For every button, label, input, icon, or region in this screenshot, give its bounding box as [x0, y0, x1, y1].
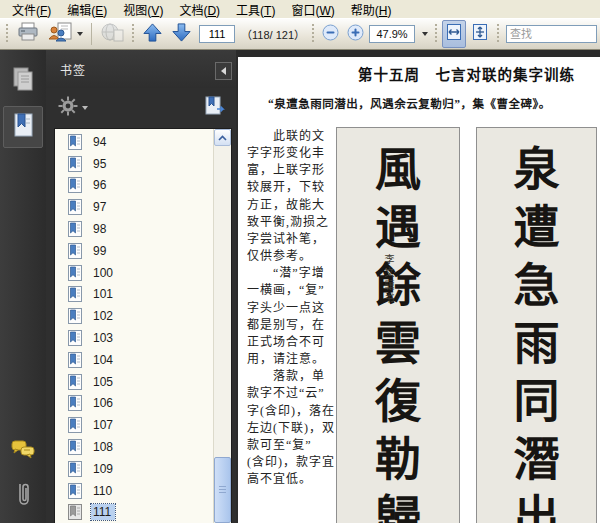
calligraphy-character: 遭 [514, 202, 560, 252]
zoom-level-value[interactable]: 47.9% [369, 25, 415, 43]
paragraph-line: 此联的文 [247, 128, 341, 145]
bookmark-item-105[interactable]: 105 [55, 371, 214, 393]
bookmarks-icon [10, 112, 36, 142]
bookmark-item-107[interactable]: 107 [55, 414, 214, 436]
paragraph-line: “潜”字增 [247, 265, 341, 282]
pages-panel-button[interactable] [3, 60, 43, 102]
calligraphy-character: 同 [514, 376, 560, 426]
comments-panel-button[interactable] [3, 431, 43, 473]
previous-page-button[interactable] [139, 20, 166, 48]
bookmarks-panel-button[interactable] [3, 106, 43, 148]
find-input[interactable] [506, 25, 597, 43]
zoom-dropdown-button[interactable] [417, 25, 430, 43]
scrollbar-thumb[interactable] [214, 457, 231, 523]
minus-circle-icon [322, 24, 339, 45]
fit-width-button[interactable] [442, 20, 466, 48]
menu-item-v[interactable]: 视图(V) [115, 0, 171, 19]
toolbar-grip[interactable] [434, 24, 438, 44]
expand-bookmark-icon [200, 96, 226, 120]
calligraphy-character: 復 [375, 376, 421, 426]
navigation-icon-strip [0, 50, 46, 523]
bookmark-page-icon [68, 134, 82, 150]
chevron-down-icon [422, 32, 428, 36]
toolbar-grip[interactable] [5, 24, 9, 44]
menu-item-h[interactable]: 帮助(H) [343, 0, 400, 19]
bookmark-label: 104 [91, 352, 117, 368]
bookmarks-panel: 书签 [46, 50, 236, 523]
toolbar-grip[interactable] [311, 24, 315, 44]
bookmark-label: 96 [91, 177, 110, 193]
bookmark-label: 107 [91, 417, 117, 433]
options-menu-button[interactable] [58, 96, 88, 120]
bookmark-page-icon [68, 504, 82, 520]
paragraph-line: 致平衡,泐损之 [247, 214, 341, 231]
bookmark-item-106[interactable]: 106 [55, 393, 214, 415]
paragraph-line: (含印)，款字宜 [247, 454, 341, 471]
menu-item-f[interactable]: 文件(F) [4, 0, 59, 19]
paragraph-line: 款字不过“云” [247, 385, 341, 402]
calligraphy-character: 出 [514, 492, 560, 523]
bookmark-item-103[interactable]: 103 [55, 327, 214, 349]
bookmark-page-icon [68, 265, 82, 281]
paragraph-line: 仅供参考。 [247, 248, 341, 265]
bookmark-label: 108 [91, 439, 117, 455]
bookmark-label: 103 [91, 330, 117, 346]
bookmark-item-99[interactable]: 99 [55, 240, 214, 262]
bookmark-scrollbar[interactable] [213, 129, 231, 523]
scroll-right-chars: 泉遭急雨同潛出 [514, 144, 560, 523]
bookmark-item-102[interactable]: 102 [55, 305, 214, 327]
page-number-input[interactable] [199, 25, 235, 43]
page-subtitle: “泉遭急雨同潜出，风遇余云复勒归”，集《曹全碑》。 [268, 95, 551, 111]
paragraph-line: 左边(下联)，双 [247, 420, 341, 437]
bookmark-page-icon [68, 330, 82, 346]
web-capture-button[interactable] [97, 20, 127, 48]
bookmark-label: 97 [91, 199, 110, 215]
bookmark-label: 101 [91, 286, 117, 302]
bookmark-page-icon [68, 286, 82, 302]
bookmark-item-94[interactable]: 94 [55, 131, 214, 153]
paragraph-line: 字字形变化丰 [247, 145, 341, 162]
share-review-button[interactable] [45, 20, 86, 48]
bookmarks-options-bar [46, 88, 236, 128]
bookmark-item-95[interactable]: 95 [55, 153, 214, 175]
print-button[interactable] [13, 20, 43, 48]
zoom-in-button[interactable] [344, 20, 367, 48]
bookmark-list-container: 9495969798991001011021031041051061071081… [54, 128, 232, 523]
bookmark-item-100[interactable]: 100 [55, 262, 214, 284]
scroll-up-button[interactable] [214, 129, 231, 146]
bookmark-item-110[interactable]: 110 [55, 480, 214, 502]
scroll-left-chars: 風遇餘雲復勒歸 [375, 144, 421, 523]
main-content: 书签 [0, 50, 600, 523]
paragraph-line: 字头少一点这 [247, 300, 341, 317]
menu-item-d[interactable]: 文档(D) [171, 0, 228, 19]
calligraphy-character: 雲 [375, 318, 421, 368]
menu-item-w[interactable]: 窗口(W) [283, 0, 342, 19]
menu-item-t[interactable]: 工具(T) [228, 0, 283, 19]
attachments-panel-button[interactable] [3, 477, 43, 519]
bookmark-item-111[interactable]: 111 [55, 502, 214, 523]
bookmark-item-109[interactable]: 109 [55, 458, 214, 480]
paragraph-line: 用，请注意。 [247, 351, 341, 368]
expand-current-bookmark-button[interactable] [200, 96, 226, 120]
document-page[interactable]: 第十五周 七言对联的集字训练 “泉遭急雨同潜出，风遇余云复勒归”，集《曹全碑》。… [238, 57, 600, 523]
bookmark-page-icon [68, 461, 82, 477]
bookmark-item-97[interactable]: 97 [55, 196, 214, 218]
bookmark-item-101[interactable]: 101 [55, 284, 214, 306]
toolbar-grip[interactable] [496, 24, 500, 44]
next-page-button[interactable] [168, 20, 195, 48]
app-window: 文件(F)编辑(E)视图(V)文档(D)工具(T)窗口(W)帮助(H) [0, 0, 600, 523]
fit-page-button[interactable] [468, 20, 492, 48]
bookmark-item-96[interactable]: 96 [55, 175, 214, 197]
toolbar-grip[interactable] [131, 24, 135, 44]
bookmark-item-108[interactable]: 108 [55, 436, 214, 458]
bookmark-page-icon [68, 352, 82, 368]
bookmark-item-98[interactable]: 98 [55, 218, 214, 240]
zoom-out-button[interactable] [319, 20, 342, 48]
bookmark-item-104[interactable]: 104 [55, 349, 214, 371]
chevron-down-icon [82, 106, 88, 110]
bookmark-page-icon [68, 177, 82, 193]
comments-icon [10, 438, 36, 466]
pages-icon [10, 66, 36, 96]
menu-item-e[interactable]: 编辑(E) [59, 0, 115, 19]
collapse-panel-button[interactable] [215, 62, 232, 80]
